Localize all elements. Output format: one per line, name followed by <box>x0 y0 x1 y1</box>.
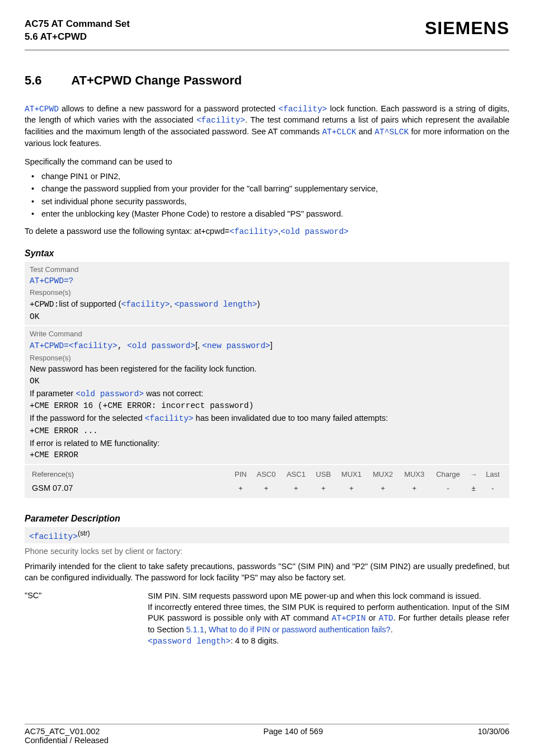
param-p1: Primarily intended for the client to tak… <box>25 561 509 583</box>
page-header: AC75 AT Command Set 5.6 AT+CPWD SIEMENS <box>25 18 509 44</box>
cell: + <box>367 481 399 496</box>
col-mux3: MUX3 <box>399 468 430 481</box>
reference-block: Reference(s) PIN ASC0 ASC1 USB MUX1 MUX2… <box>25 465 509 498</box>
responses-label: Response(s) <box>30 287 504 298</box>
facility-link[interactable]: <facility> <box>278 105 327 114</box>
test-command-label: Test Command <box>30 264 504 275</box>
col-usb: USB <box>311 468 336 481</box>
write-facility[interactable]: <facility> <box>69 341 118 350</box>
test-command: AT+CPWD=? <box>30 275 504 288</box>
param-sc-key: "SC" <box>25 591 148 647</box>
param-sc-row: "SC" SIM PIN. SIM requests password upon… <box>25 591 509 647</box>
ref-label: Reference(s) <box>30 468 230 481</box>
col-plane-icon: → <box>466 468 481 481</box>
footer-date: 10/30/06 <box>478 727 509 745</box>
write-resp-3: +CME ERROR 16 (+CME ERROR: incorrect pas… <box>30 400 504 412</box>
delete-syntax: To delete a password use the following s… <box>25 226 509 238</box>
del-facility[interactable]: <facility> <box>229 227 278 236</box>
spec-lead: Specifically the command can be used to <box>25 157 509 168</box>
page-footer: AC75_ATC_V01.002 Confidential / Released… <box>25 720 509 745</box>
test-command-block: Test Command AT+CPWD=? Response(s) +CPWD… <box>25 262 509 325</box>
resp-facility[interactable]: <facility> <box>121 300 170 309</box>
col-mux2: MUX2 <box>367 468 399 481</box>
param-sup: (str) <box>78 529 90 537</box>
col-pin: PIN <box>230 468 251 481</box>
header-divider <box>25 49 509 51</box>
facility-param[interactable]: <facility> <box>29 532 78 541</box>
syntax-heading: Syntax <box>25 248 509 259</box>
cell: + <box>251 481 281 496</box>
atcpwd-link[interactable]: AT+CPWD <box>25 105 59 114</box>
col-mux1: MUX1 <box>336 468 367 481</box>
del-oldpw[interactable]: <old password> <box>280 227 349 236</box>
atslck-link[interactable]: AT^SLCK <box>374 128 409 137</box>
doc-title: AC75 AT Command Set 5.6 AT+CPWD <box>25 18 130 44</box>
col-asc1: ASC1 <box>281 468 311 481</box>
list-item: set individual phone security passwords, <box>31 195 509 208</box>
write-resp-7: +CME ERROR <box>30 449 504 462</box>
ref-row-label: GSM 07.07 <box>30 481 230 496</box>
doc-title-line1: AC75 AT Command Set <box>25 18 130 31</box>
param-facility-head: <facility>(str) <box>25 527 509 543</box>
atclck-link[interactable]: AT+CLCK <box>322 128 356 137</box>
cell: + <box>311 481 336 496</box>
footer-left: AC75_ATC_V01.002 Confidential / Released <box>25 727 109 745</box>
cell: + <box>336 481 367 496</box>
cell: + <box>230 481 251 496</box>
param-desc-heading: Parameter Description <box>25 514 509 524</box>
write-oldpw[interactable]: <old password> <box>127 341 195 350</box>
footer-page: Page 140 of 569 <box>264 727 323 745</box>
reference-table: Reference(s) PIN ASC0 ASC1 USB MUX1 MUX2… <box>30 468 504 495</box>
atcpin-link[interactable]: AT+CPIN <box>331 614 366 623</box>
col-last: Last <box>481 468 504 481</box>
col-asc0: ASC0 <box>251 468 281 481</box>
write-resp-4: If the password for the selected <facili… <box>30 412 504 425</box>
doc-title-line2: 5.6 AT+CPWD <box>25 31 130 44</box>
ok-line-2: OK <box>30 375 504 388</box>
write-resp-1: New password has been registered for the… <box>30 363 504 375</box>
footer-confidential: Confidential / Released <box>25 736 109 745</box>
cell: + <box>281 481 311 496</box>
section-ref-title[interactable]: What to do if PIN or password authentica… <box>209 625 391 634</box>
spec-list: change PIN1 or PIN2, change the password… <box>25 170 509 220</box>
resp-pwlen[interactable]: <password length> <box>175 300 257 309</box>
write-resp-6: If error is related to ME functionality: <box>30 438 504 450</box>
write-newpw[interactable]: <new password> <box>202 341 270 350</box>
pwlen-link[interactable]: <password length> <box>148 637 231 646</box>
atd-link[interactable]: ATD <box>378 614 393 623</box>
write-command: AT+CPWD=<facility>, <old password>[, <ne… <box>30 340 504 353</box>
ok-line: OK <box>30 311 504 323</box>
test-response: +CPWD:list of supported (<facility>, <pa… <box>30 298 504 311</box>
param-subhead: Phone security locks set by client or fa… <box>25 547 509 556</box>
section-number: 5.6 <box>25 73 68 88</box>
oldpw-link[interactable]: <old password> <box>76 389 144 398</box>
write-command-block: Write Command AT+CPWD=<facility>, <old p… <box>25 326 509 464</box>
write-resp-5: +CME ERROR ... <box>30 425 504 438</box>
cell: - <box>430 481 466 496</box>
write-command-label: Write Command <box>30 328 504 340</box>
list-item: change PIN1 or PIN2, <box>31 170 509 182</box>
list-item: enter the unblocking key (Master Phone C… <box>31 208 509 220</box>
section-heading: 5.6 AT+CPWD Change Password <box>25 73 509 88</box>
facility-link-3[interactable]: <facility> <box>145 414 194 423</box>
col-charge: Charge <box>430 468 466 481</box>
list-item: change the password supplied from your p… <box>31 182 509 195</box>
cell: ± <box>466 481 481 496</box>
section-title: AT+CPWD Change Password <box>71 73 242 87</box>
section-ref-num[interactable]: 5.1.1 <box>186 625 204 634</box>
footer-divider <box>25 724 509 725</box>
responses-label-2: Response(s) <box>30 353 504 364</box>
cell: - <box>481 481 504 496</box>
intro-paragraph: AT+CPWD allows to define a new password … <box>25 104 509 149</box>
footer-doc-id: AC75_ATC_V01.002 <box>25 727 109 736</box>
facility-link-2[interactable]: <facility> <box>196 116 245 125</box>
brand-logo: SIEMENS <box>425 18 509 39</box>
write-resp-2: If parameter <old password> was not corr… <box>30 388 504 401</box>
param-sc-value: SIM PIN. SIM requests password upon ME p… <box>148 591 509 647</box>
cell: + <box>399 481 430 496</box>
